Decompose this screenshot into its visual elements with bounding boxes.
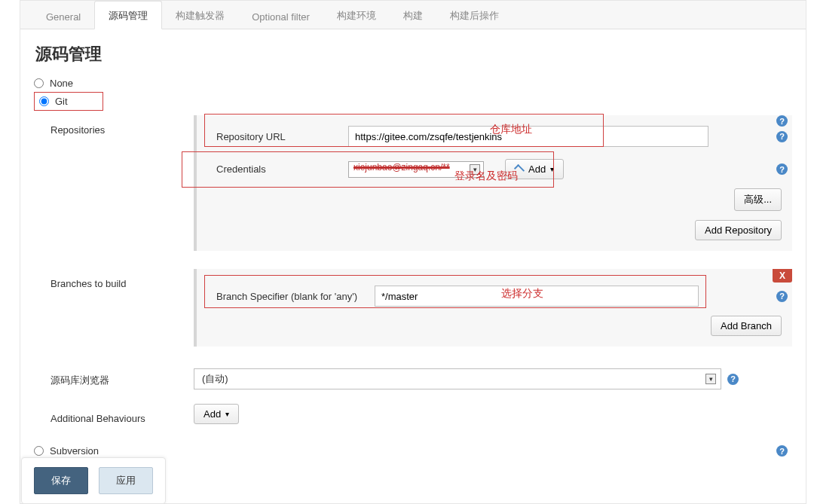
label-additional-behaviours: Additional Behaviours <box>50 407 194 430</box>
label-branch-spec: Branch Specifier (blank for 'any') <box>207 291 366 302</box>
tab-general[interactable]: General <box>32 4 94 29</box>
radio-git[interactable] <box>39 96 49 106</box>
input-branch-spec[interactable] <box>375 286 699 307</box>
label-credentials: Credentials <box>207 163 339 175</box>
tab-post[interactable]: 构建后操作 <box>436 2 513 29</box>
help-icon-browser[interactable]: ? <box>727 374 739 385</box>
scm-option-git[interactable]: Git <box>34 92 103 111</box>
add-repository-button[interactable]: Add Repository <box>695 220 782 240</box>
delete-branch-button[interactable]: X <box>773 269 792 283</box>
select-credentials[interactable]: ▾ <box>348 161 484 178</box>
add-behaviour-label: Add <box>204 408 221 420</box>
repositories-section: ? Repository URL ? 仓库地址 Credenti <box>194 115 792 251</box>
credentials-redacted-value <box>353 165 467 174</box>
radio-subversion[interactable] <box>34 446 44 456</box>
key-icon <box>514 163 525 174</box>
save-button[interactable]: 保存 <box>34 467 88 494</box>
help-icon-credentials[interactable]: ? <box>776 163 788 175</box>
help-icon-repositories[interactable]: ? <box>776 115 788 127</box>
radio-git-label: Git <box>55 96 68 107</box>
apply-button[interactable]: 应用 <box>99 467 153 494</box>
tab-optional-filter[interactable]: Optional filter <box>238 4 323 29</box>
advanced-button[interactable]: 高级... <box>734 188 782 211</box>
help-icon-branch-spec[interactable]: ? <box>776 291 788 302</box>
caret-down-icon: ▾ <box>225 410 229 418</box>
help-icon-subversion[interactable]: ? <box>776 445 788 457</box>
radio-none-label: None <box>50 78 73 89</box>
chevron-down-icon: ▾ <box>705 374 716 384</box>
radio-subversion-label: Subversion <box>50 445 99 457</box>
help-icon-repo-url[interactable]: ? <box>776 131 788 142</box>
scm-option-none[interactable]: None <box>34 75 792 92</box>
chevron-down-icon: ▾ <box>470 164 480 175</box>
radio-none[interactable] <box>34 78 44 88</box>
footer-actions: 保存 应用 <box>21 457 166 504</box>
label-repo-url: Repository URL <box>207 131 339 142</box>
tab-build[interactable]: 构建 <box>390 2 436 29</box>
label-repositories: Repositories <box>50 118 194 142</box>
section-heading-scm: 源码管理 <box>20 29 806 70</box>
tab-env[interactable]: 构建环境 <box>323 2 390 29</box>
branches-section: X Branch Specifier (blank for 'any') ? 选… <box>194 269 792 347</box>
add-credentials-button[interactable]: Add ▾ <box>505 159 564 179</box>
add-branch-button[interactable]: Add Branch <box>711 316 782 336</box>
scm-browser-value: (自动) <box>202 372 228 386</box>
tab-triggers[interactable]: 构建触发器 <box>162 2 238 29</box>
tab-scm[interactable]: 源码管理 <box>94 1 162 29</box>
add-credentials-label: Add <box>528 163 546 175</box>
add-behaviour-button[interactable]: Add ▾ <box>194 404 239 424</box>
label-branches: Branches to build <box>50 272 194 295</box>
label-scm-browser: 源码库浏览器 <box>50 368 194 393</box>
select-scm-browser[interactable]: (自动) ▾ <box>194 368 721 389</box>
input-repo-url[interactable] <box>348 126 708 147</box>
config-tabs: General 源码管理 构建触发器 Optional filter 构建环境 … <box>20 1 806 29</box>
